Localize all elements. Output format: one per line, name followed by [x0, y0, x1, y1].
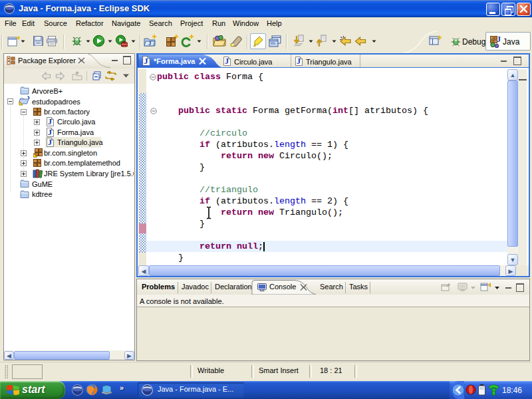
svg-text:J: J: [48, 138, 52, 147]
svg-text:J: J: [144, 57, 148, 66]
svg-text:J: J: [297, 57, 301, 66]
svg-text:J: J: [497, 35, 501, 44]
svg-text:J: J: [225, 57, 229, 66]
svg-text:J: J: [48, 117, 52, 126]
svg-text:J: J: [48, 128, 52, 137]
svg-text:J: J: [148, 40, 152, 47]
